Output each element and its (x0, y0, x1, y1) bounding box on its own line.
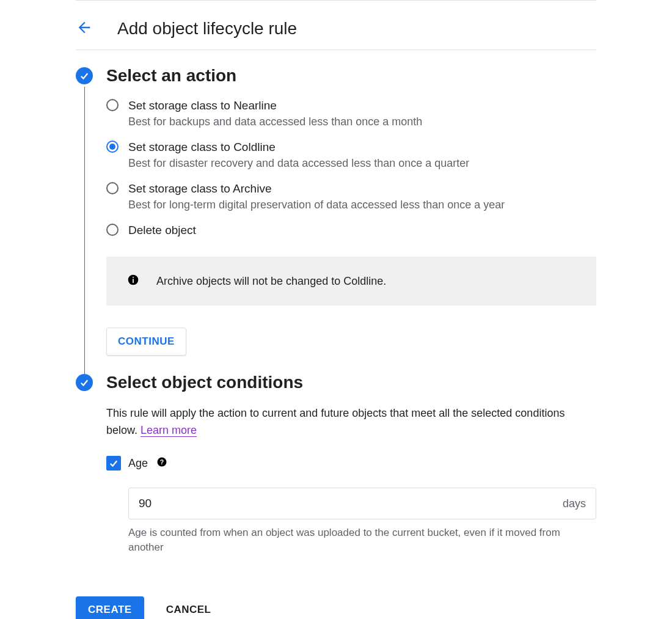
age-input[interactable] (139, 497, 563, 510)
page-header: Add object lifecycle rule (76, 0, 596, 50)
condition-age: Age ? (106, 456, 596, 471)
radio-icon (106, 99, 119, 111)
age-suffix: days (563, 497, 586, 510)
age-help-text: Age is counted from when an object was u… (128, 526, 596, 555)
radio-icon (106, 224, 119, 236)
age-label: Age (128, 457, 148, 470)
age-checkbox[interactable] (106, 456, 121, 471)
radio-label: Set storage class to Archive (128, 181, 505, 197)
svg-rect-1 (133, 279, 134, 283)
svg-rect-2 (133, 277, 134, 278)
check-icon (76, 374, 93, 391)
step2-title: Select object conditions (106, 374, 596, 391)
footer-buttons: CREATE CANCEL (76, 596, 596, 619)
age-input-field: days (128, 488, 596, 519)
back-arrow-icon[interactable] (76, 19, 93, 38)
radio-option-nearline[interactable]: Set storage class to Nearline Best for b… (106, 98, 596, 130)
radio-label: Set storage class to Coldline (128, 139, 469, 155)
cancel-button[interactable]: CANCEL (166, 604, 211, 616)
learn-more-link[interactable]: Learn more (141, 424, 197, 437)
radio-desc: Best for backups and data accessed less … (128, 114, 422, 130)
radio-icon (106, 141, 119, 153)
radio-label: Set storage class to Nearline (128, 98, 422, 114)
info-text: Archive objects will not be changed to C… (156, 275, 386, 288)
create-button[interactable]: CREATE (76, 596, 144, 619)
info-icon (127, 274, 139, 288)
radio-option-archive[interactable]: Set storage class to Archive Best for lo… (106, 181, 596, 213)
radio-icon (106, 182, 119, 194)
check-icon (76, 67, 93, 84)
radio-label: Delete object (128, 222, 196, 238)
step2-indicator (76, 374, 93, 573)
radio-desc: Best for long-term digital preservation … (128, 197, 505, 213)
page-title: Add object lifecycle rule (117, 19, 297, 38)
info-box: Archive objects will not be changed to C… (106, 257, 596, 306)
step1-indicator (76, 67, 93, 374)
continue-button[interactable]: CONTINUE (106, 328, 186, 356)
radio-option-coldline[interactable]: Set storage class to Coldline Best for d… (106, 139, 596, 171)
radio-option-delete[interactable]: Delete object (106, 222, 596, 238)
help-icon[interactable]: ? (156, 456, 167, 470)
radio-desc: Best for disaster recovery and data acce… (128, 155, 469, 171)
step1-title: Select an action (106, 67, 596, 84)
svg-text:?: ? (160, 458, 164, 466)
step2-description: This rule will apply the action to curre… (106, 405, 596, 439)
